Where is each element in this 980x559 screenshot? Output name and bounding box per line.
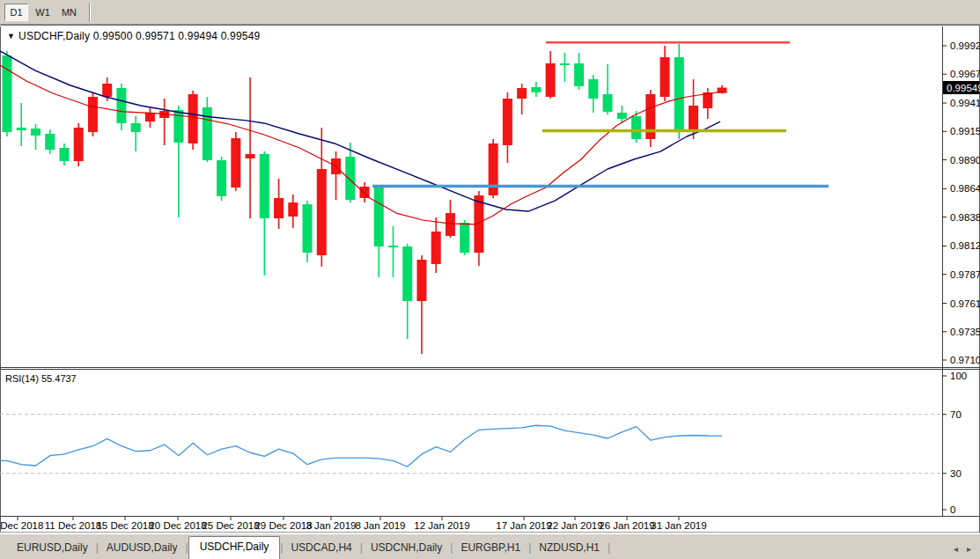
time-axis-label: 25 Dec 2018: [202, 520, 259, 531]
chart-tab-bar: EURUSD,Daily|AUDUSD,Daily|USDCHF,Daily|U…: [0, 533, 980, 559]
tab-usdchf-daily[interactable]: USDCHF,Daily: [188, 536, 281, 559]
candle-17: [246, 154, 255, 158]
candle-26: [374, 187, 384, 246]
candle-8: [116, 88, 126, 123]
svg-text:0.97355: 0.97355: [950, 327, 980, 337]
chart-tabs: EURUSD,Daily|AUDUSD,Daily|USDCHF,Daily|U…: [0, 534, 954, 559]
tab-eurusd-daily[interactable]: EURUSD,Daily: [9, 538, 96, 559]
trendlines-layer: [372, 42, 829, 186]
time-axis-label: 8 Jan 2019: [356, 520, 406, 531]
toolbar-separator: [89, 3, 91, 22]
candle-35: [503, 99, 512, 145]
timeframe-toolbar: D1W1MN: [0, 0, 980, 25]
time-axis-label: 31 Jan 2019: [651, 520, 706, 531]
quote-symbol: USDCHF,Daily: [18, 30, 90, 42]
candle-15: [217, 160, 226, 196]
time-axis-label: 20 Dec 2018: [149, 520, 206, 531]
time-axis-label: 6 Dec 2018: [0, 520, 43, 531]
rsi-line: [0, 425, 722, 467]
moving-averages-layer: [0, 51, 724, 224]
tab-audusd-daily[interactable]: AUDUSD,Daily: [99, 538, 186, 559]
candle-38: [546, 63, 556, 97]
time-axis-label: 26 Jan 2019: [599, 520, 654, 531]
candle-4: [59, 148, 69, 161]
candle-13: [188, 94, 198, 143]
time-axis-label: 17 Jan 2019: [496, 520, 551, 531]
candle-21: [303, 204, 313, 253]
svg-text:0.98900: 0.98900: [950, 155, 980, 165]
svg-text:0.97870: 0.97870: [950, 269, 980, 280]
candle-18: [260, 154, 269, 218]
candle-37: [531, 87, 541, 92]
svg-text:0: 0: [950, 504, 955, 515]
svg-text:0.98385: 0.98385: [950, 212, 980, 223]
candle-43: [617, 113, 627, 119]
timeframe-button-w1[interactable]: W1: [31, 4, 55, 21]
tab-separator: |: [608, 541, 610, 559]
candle-36: [517, 88, 527, 99]
svg-text:0.98125: 0.98125: [950, 240, 980, 251]
svg-text:0.99155: 0.99155: [950, 126, 980, 136]
time-axis-label: 15 Dec 2018: [96, 520, 153, 531]
quote-line: ▼USDCHF,Daily 0.99500 0.99571 0.99494 0.…: [7, 30, 260, 42]
candle-45: [645, 94, 655, 139]
candle-41: [588, 79, 598, 99]
svg-text:0.99670: 0.99670: [950, 69, 980, 79]
candle-27: [388, 246, 398, 247]
candle-10: [145, 113, 155, 121]
candle-44: [631, 116, 641, 139]
candle-46: [660, 57, 670, 97]
tab-usdcnh-daily[interactable]: USDCNH,Daily: [363, 538, 450, 559]
candle-39: [560, 63, 570, 65]
candle-1: [17, 128, 26, 130]
time-axis-label: 11 Dec 2018: [45, 520, 101, 531]
tab-usdcad-h4[interactable]: USDCAD,H4: [283, 538, 359, 559]
chevron-down-icon[interactable]: ▼: [7, 32, 15, 40]
candle-9: [131, 123, 141, 132]
candle-40: [574, 63, 584, 86]
svg-text:30: 30: [950, 468, 962, 479]
candle-20: [288, 202, 298, 217]
candle-28: [402, 246, 412, 301]
candle-49: [703, 92, 712, 108]
candle-30: [431, 232, 441, 264]
tab-eurgbp-h1[interactable]: EURGBP,H1: [453, 538, 528, 559]
candle-7: [102, 84, 112, 97]
candle-5: [74, 128, 84, 161]
rsi-pane: 10070300: [0, 371, 967, 515]
tab-scroll-arrows: ◂ ▸: [954, 544, 980, 559]
price-axis: 0.999250.996700.994100.991550.989000.986…: [942, 40, 980, 365]
candle-47: [674, 57, 684, 132]
chart-frame: [0, 26, 980, 533]
time-axis-label: 3 Jan 2019: [306, 520, 357, 531]
svg-text:0.99410: 0.99410: [950, 98, 980, 108]
timeframe-button-d1[interactable]: D1: [4, 4, 28, 21]
tab-nzdusd-h1[interactable]: NZDUSD,H1: [531, 538, 608, 559]
time-axis-label: 22 Jan 2019: [547, 520, 602, 531]
current-price-badge: 0.99549: [947, 83, 980, 93]
rsi-indicator-label: RSI(14) 55.4737: [5, 373, 77, 384]
candle-29: [416, 260, 426, 301]
quote-ohlc-values: 0.99500 0.99571 0.99494 0.99549: [93, 30, 261, 42]
svg-text:100: 100: [950, 371, 967, 381]
time-axis-label: 12 Jan 2019: [414, 520, 469, 531]
rsi-current-value: 55.4737: [41, 373, 77, 384]
time-axis-label: 29 Dec 2018: [254, 520, 312, 531]
candle-31: [446, 213, 455, 236]
candles-layer: [3, 44, 727, 354]
tabs-scroll-right-icon[interactable]: ▸: [967, 544, 971, 554]
candle-42: [603, 94, 613, 112]
timeframe-button-mn[interactable]: MN: [57, 4, 81, 21]
svg-text:0.99925: 0.99925: [950, 40, 980, 51]
candle-24: [345, 157, 355, 200]
svg-text:0.97100: 0.97100: [950, 355, 980, 365]
svg-text:0.98640: 0.98640: [950, 183, 980, 194]
tabs-scroll-left-icon[interactable]: ◂: [954, 544, 958, 554]
candle-19: [274, 198, 284, 218]
chart-canvas[interactable]: 0.999250.996700.994100.991550.989000.986…: [0, 25, 980, 534]
candle-3: [45, 134, 55, 150]
time-axis: 6 Dec 201811 Dec 201815 Dec 201820 Dec 2…: [0, 517, 707, 531]
candle-48: [689, 106, 698, 132]
candle-6: [88, 97, 98, 132]
svg-text:70: 70: [950, 409, 962, 420]
